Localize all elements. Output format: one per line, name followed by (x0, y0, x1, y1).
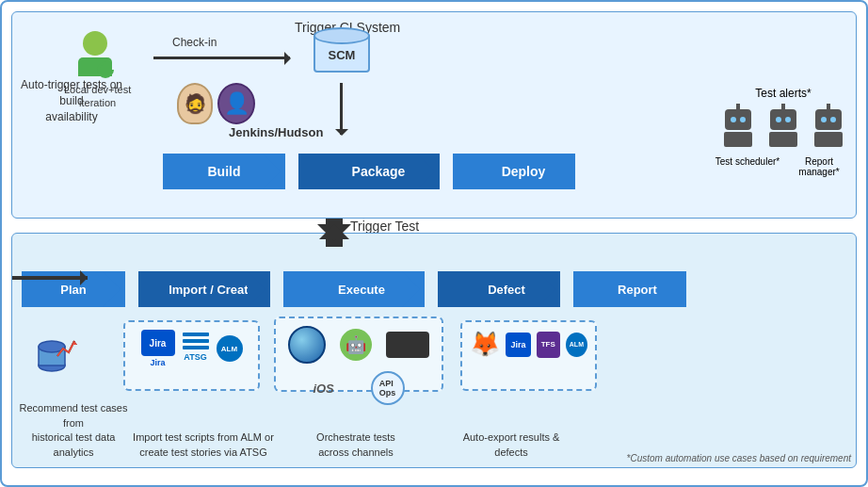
build-label: Build (208, 164, 241, 179)
developer-icon (78, 31, 112, 76)
scm-box: SCM (304, 26, 379, 78)
jenkins-label: Jenkins/Hudson (229, 125, 323, 139)
robot-3 (811, 109, 846, 151)
import-label: Import / Create (169, 283, 255, 297)
scm-label: SCM (329, 48, 356, 62)
analytics-icon (31, 328, 80, 381)
robot-labels: Test scheduler* Report manager* (715, 156, 852, 177)
package-step: Package (298, 154, 440, 189)
scm-cylinder: SCM (313, 33, 370, 73)
defect-step: Defect (438, 271, 560, 307)
device-icon (386, 332, 429, 358)
defect-label: Defect (488, 283, 525, 297)
main-diagram: Trigger CI System SCM Check-in Jenkins/H… (0, 0, 868, 487)
auto-trigger-label: Auto-trigger tests on build availability (15, 77, 128, 124)
custom-note-label: *Custom automation use cases based on re… (627, 453, 851, 463)
execute-label: Execute (338, 283, 385, 297)
jira-label1: Jira (150, 358, 165, 367)
import-tools-box: Jira Jira ATSG ALM (123, 320, 260, 391)
deploy-step: Deploy (453, 154, 575, 189)
test-section: Plan Import / Create Execute Defect Repo… (11, 233, 857, 468)
robot-group (715, 109, 852, 151)
test-scheduler-label: Test scheduler* (715, 156, 780, 177)
globe-icon (288, 326, 326, 364)
test-pipeline: Plan Import / Create Execute Defect Repo… (22, 271, 846, 307)
big-arrow-ci-test (326, 219, 343, 247)
robot-2 (765, 109, 801, 151)
execute-tools-box: 🤖 iOS APIOps (274, 317, 443, 392)
report-manager-label: Report manager* (786, 156, 852, 177)
import-scripts-label: Import test scripts from ALM or create t… (133, 430, 274, 460)
test-alerts-label: Test alerts* (715, 87, 852, 100)
build-step: Build (163, 154, 285, 189)
android-icon: 🤖 (340, 329, 372, 361)
right-side-panel: Test alerts* (715, 87, 852, 177)
fox-icon: 🦊 (470, 330, 500, 359)
defect-tools-box: 🦊 Jira TFS ALM (460, 320, 597, 391)
tfs-label: TFS (541, 340, 555, 349)
hudson-icon: 👤 (217, 83, 255, 124)
checkin-label: Check-in (172, 36, 217, 49)
orchestrate-label: Orchestrate tests across channels (285, 430, 426, 460)
robot-1 (720, 109, 756, 151)
arrow-scm-down (340, 83, 343, 135)
deploy-label: Deploy (502, 164, 546, 179)
execute-step: Execute (283, 271, 425, 307)
recommend-label: Recommend test cases from historical tes… (12, 401, 135, 460)
main-input-arrow (12, 276, 88, 280)
ios-label: iOS (313, 381, 333, 396)
api-icon: APIOps (371, 371, 405, 405)
jenkins-icon: 🧔 (177, 83, 213, 124)
package-label: Package (352, 164, 406, 179)
report-label: Report (618, 283, 657, 297)
alm-label: ALM (570, 341, 584, 348)
report-step: Report (573, 271, 686, 307)
trigger-test-label: Trigger Test (350, 219, 419, 234)
jira-label2: Jira (510, 340, 525, 349)
arrow-checkin (153, 57, 290, 59)
auto-export-label: Auto-export results & defects (441, 430, 582, 460)
import-step: Import / Create (138, 271, 270, 307)
atsg-label: ATSG (183, 352, 209, 362)
